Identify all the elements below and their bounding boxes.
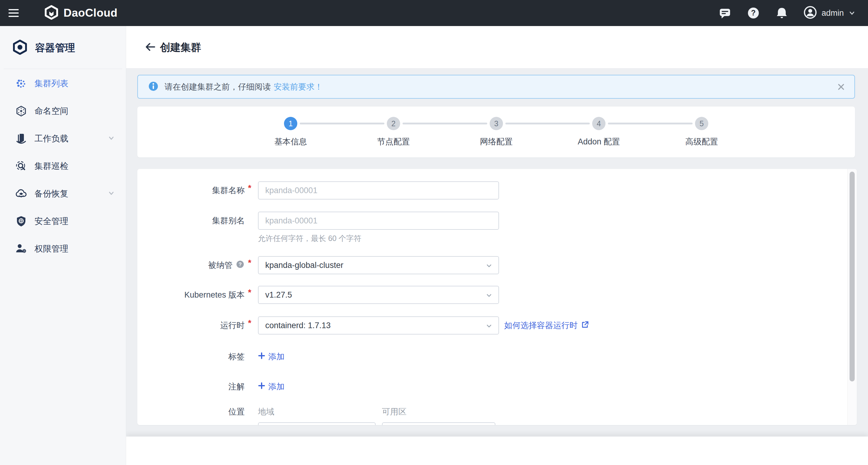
scrollbar-thumb[interactable] (849, 172, 855, 381)
required-asterisk: * (248, 258, 251, 268)
username: admin (822, 8, 844, 18)
k8s-version-select[interactable]: v1.27.5 (258, 286, 499, 304)
cluster-name-label: 集群名称 (137, 181, 245, 200)
runtime-select[interactable]: containerd: 1.7.13 (258, 316, 499, 335)
page-header: 创建集群 (126, 26, 868, 68)
runtime-docs-link[interactable]: 如何选择容器运行时 (504, 316, 589, 335)
step-5-label: 高级配置 (662, 136, 741, 147)
cluster-name-input[interactable] (258, 181, 499, 200)
external-link-icon (581, 320, 589, 331)
sidebar-divider (4, 69, 122, 69)
step-4-label: Addon 配置 (559, 136, 638, 147)
wizard-stepper: 1 2 3 4 5 基本信息 节点配置 网络配置 Addon 配置 高级配置 (137, 107, 855, 157)
sidebar-item-cluster-inspection[interactable]: 集群巡检 (0, 152, 126, 180)
brand[interactable]: DaoCloud (44, 0, 118, 26)
svg-text:?: ? (239, 262, 242, 267)
notifications-bell-icon[interactable] (775, 6, 789, 20)
step-1-label: 基本信息 (251, 136, 330, 147)
user-menu[interactable]: admin (803, 5, 856, 21)
container-mgmt-icon (12, 39, 28, 56)
pre-install-requirements-link[interactable]: 安装前要求！ (274, 82, 323, 92)
managed-by-label: 被纳管 ? (137, 256, 245, 274)
sidebar-item-cluster-list[interactable]: 集群列表 (0, 69, 126, 97)
brand-name: DaoCloud (63, 7, 118, 19)
sidebar-item-namespace[interactable]: 命名空间 (0, 97, 126, 125)
chevron-down-icon (848, 9, 856, 17)
info-icon (148, 81, 159, 93)
basic-info-form: 集群名称 * 集群别名 允许任何字符，最长 60 个字符 被纳管 ? * (137, 169, 857, 425)
svg-text:?: ? (751, 8, 756, 17)
cluster-alias-helper: 允许任何字符，最长 60 个字符 (258, 233, 362, 243)
plus-icon (258, 382, 265, 391)
step-connector (608, 123, 692, 124)
sidebar-item-backup-restore[interactable]: 备份恢复 (0, 180, 126, 207)
step-3-circle[interactable]: 3 (490, 117, 503, 130)
backup-cloud-icon (15, 188, 27, 200)
zone-input[interactable] (382, 422, 495, 425)
help-icon[interactable]: ? (746, 6, 760, 20)
menu-toggle-icon[interactable] (8, 8, 19, 18)
sidebar-item-permissions[interactable]: 权限管理 (0, 235, 126, 262)
back-arrow-icon[interactable] (144, 41, 156, 53)
step-3-label: 网络配置 (457, 136, 536, 147)
labels-label: 标签 (137, 351, 245, 362)
inspection-magnifier-icon (15, 160, 27, 172)
help-circle-icon[interactable]: ? (236, 260, 245, 271)
workloads-icon (15, 133, 27, 145)
content-area: 请在创建集群之前，仔细阅读 安装前要求！ 1 2 3 4 5 基本信息 节点配置… (126, 68, 868, 465)
daocloud-logo-icon (44, 5, 59, 21)
required-asterisk: * (248, 183, 251, 193)
wizard-footer: 取消 下一步 (126, 437, 868, 465)
step-connector (403, 123, 487, 124)
step-connector (505, 123, 590, 124)
step-4-circle[interactable]: 4 (592, 117, 606, 130)
select-chevron-icon (485, 262, 493, 272)
required-asterisk: * (248, 318, 251, 328)
page-title: 创建集群 (160, 40, 201, 55)
cluster-alias-label: 集群别名 (137, 212, 245, 230)
chevron-down-icon[interactable] (107, 134, 116, 144)
location-label: 位置 (137, 406, 245, 417)
add-annotation-button[interactable]: 添加 (258, 381, 285, 392)
add-label-button[interactable]: 添加 (258, 351, 285, 362)
security-shield-icon (15, 215, 27, 227)
sidebar-menu: 集群列表 命名空间 工作负载 (0, 69, 126, 262)
banner-text: 请在创建集群之前，仔细阅读 (164, 82, 271, 92)
step-1-circle[interactable]: 1 (284, 117, 297, 130)
required-asterisk: * (248, 288, 251, 297)
sidebar-item-workloads[interactable]: 工作负载 (0, 125, 126, 152)
step-2-circle[interactable]: 2 (387, 117, 400, 130)
sidebar-product: 容器管理 (12, 39, 75, 56)
select-chevron-icon (485, 322, 493, 332)
region-input[interactable] (258, 422, 376, 425)
sidebar-title: 容器管理 (35, 41, 75, 55)
k8s-version-label: Kubernetes 版本 (137, 286, 245, 304)
avatar-icon (803, 5, 817, 21)
feedback-icon[interactable] (718, 6, 732, 20)
plus-icon (258, 352, 265, 361)
zone-label: 可用区 (382, 406, 406, 417)
scrollbar-track[interactable] (847, 169, 857, 425)
info-banner: 请在创建集群之前，仔细阅读 安装前要求！ (137, 75, 855, 99)
region-label: 地域 (258, 406, 274, 417)
select-chevron-icon (485, 292, 493, 301)
cluster-dots-icon (15, 78, 27, 90)
cluster-alias-input[interactable] (258, 212, 499, 230)
annotations-label: 注解 (137, 381, 245, 392)
permissions-user-gear-icon (15, 243, 27, 255)
runtime-label: 运行时 (137, 316, 245, 335)
namespace-cube-icon (15, 105, 27, 117)
sidebar: 容器管理 集群列表 命名空间 (0, 26, 126, 465)
banner-close-icon[interactable] (836, 82, 846, 92)
managed-by-select[interactable]: kpanda-global-cluster (258, 256, 499, 274)
step-5-circle[interactable]: 5 (695, 117, 708, 130)
sidebar-item-security[interactable]: 安全管理 (0, 207, 126, 235)
chevron-down-icon[interactable] (107, 189, 116, 199)
topbar: DaoCloud ? (0, 0, 868, 26)
topbar-actions: ? admin (718, 0, 868, 26)
step-connector (300, 123, 384, 124)
step-2-label: 节点配置 (354, 136, 433, 147)
